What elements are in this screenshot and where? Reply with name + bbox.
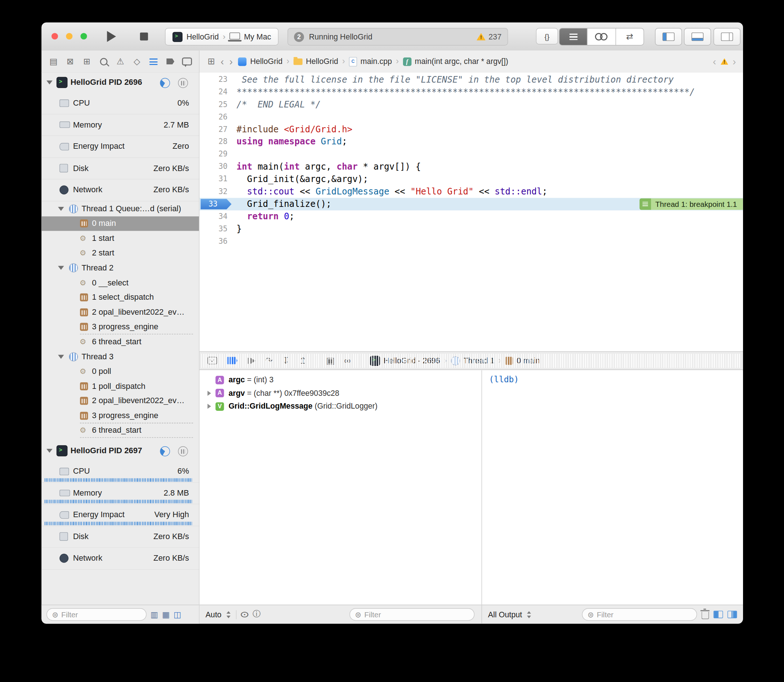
assistant-editor-button[interactable]: [588, 29, 616, 45]
stack-frame-row[interactable]: ⚙6 thread_start: [42, 335, 199, 349]
previous-issue-button[interactable]: ‹: [713, 56, 716, 67]
code-snippets-button[interactable]: {}: [536, 28, 558, 45]
stack-frame-row[interactable]: 1 select_dispatch: [42, 290, 199, 305]
close-window-button[interactable]: [51, 33, 58, 40]
filter-processes-icon[interactable]: ◫: [174, 610, 181, 618]
stack-frame-row[interactable]: 3 progress_engine: [42, 319, 199, 334]
stat-row-disk[interactable]: DiskZero KB/s: [42, 158, 199, 179]
threads-gauge-icon[interactable]: [178, 446, 188, 456]
debug-breadcrumb-item[interactable]: 0 main: [505, 356, 540, 365]
stat-row-energy-impact[interactable]: Energy ImpactVery High: [42, 504, 199, 526]
disclosure-triangle-icon[interactable]: [46, 449, 52, 453]
breakpoint-annotation[interactable]: Thread 1: breakpoint 1.1: [639, 198, 743, 210]
stack-frame-row[interactable]: 2 opal_libevent2022_ev…: [42, 394, 199, 408]
stat-row-memory[interactable]: Memory2.7 MB: [42, 114, 199, 135]
navigator-tab-breakpoint[interactable]: [164, 56, 176, 68]
line-number[interactable]: 36: [200, 235, 228, 247]
navigator-tab-symbol[interactable]: ⊞: [81, 56, 93, 68]
quick-look-icon[interactable]: ⊙: [240, 609, 249, 620]
version-editor-button[interactable]: ⇄: [616, 29, 643, 45]
process-row[interactable]: HelloGrid PID 2697: [42, 441, 199, 461]
thread-row[interactable]: Thread 2: [42, 260, 199, 275]
stack-frame-row[interactable]: ⚙0 poll: [42, 364, 199, 379]
source-editor[interactable]: 23 See the full license in the file "LIC…: [200, 72, 743, 351]
disclosure-triangle-icon[interactable]: [58, 355, 64, 359]
line-number[interactable]: 30: [200, 161, 228, 173]
show-console-only-button[interactable]: [727, 611, 737, 618]
forward-button[interactable]: ›: [229, 57, 233, 67]
toggle-inspectors-button[interactable]: [714, 28, 741, 46]
console-filter-field[interactable]: ⊜ Filter: [582, 608, 697, 621]
stop-button[interactable]: [136, 29, 152, 45]
thread-row[interactable]: Thread 3: [42, 349, 199, 364]
stack-frame-row[interactable]: 0 main: [42, 216, 199, 231]
navigator-tab-find[interactable]: [97, 56, 110, 68]
stack-frame-row[interactable]: 1 poll_dispatch: [42, 379, 199, 393]
stat-row-cpu[interactable]: CPU0%: [42, 92, 199, 114]
navigator-tab-project[interactable]: ▤: [48, 56, 60, 68]
jumpbar-item[interactable]: fmain(int argc, char * argv[]): [403, 57, 508, 66]
line-number[interactable]: 28: [200, 135, 228, 148]
navigator-tab-debug[interactable]: [148, 56, 160, 68]
console-view[interactable]: (lldb): [482, 370, 743, 604]
back-button[interactable]: ‹: [220, 57, 224, 67]
disclosure-triangle-icon[interactable]: [58, 266, 64, 270]
process-row[interactable]: HelloGrid PID 2696: [42, 72, 199, 92]
stack-frame-row[interactable]: 3 progress_engine: [42, 408, 199, 423]
line-number[interactable]: 34: [200, 210, 228, 223]
disclosure-triangle-icon[interactable]: [208, 404, 211, 409]
stat-row-energy-impact[interactable]: Energy ImpactZero: [42, 136, 199, 158]
variable-row[interactable]: Aargv = (char **) 0x7ffee9039c28: [200, 387, 482, 400]
jumpbar-item[interactable]: Cmain.cpp: [349, 57, 392, 66]
line-number[interactable]: 31: [200, 173, 228, 185]
warning-summary[interactable]: 237: [476, 32, 501, 41]
variables-scope-popup[interactable]: [226, 610, 232, 618]
show-variables-only-button[interactable]: [714, 611, 723, 618]
standard-editor-button[interactable]: [559, 29, 588, 45]
line-number[interactable]: 25: [200, 98, 228, 111]
clear-console-button[interactable]: [701, 612, 709, 620]
variables-view[interactable]: Aargc = (int) 3Aargv = (char **) 0x7ffee…: [200, 370, 482, 604]
jumpbar-item[interactable]: HelloGrid: [238, 57, 282, 66]
related-items-icon[interactable]: ⊞: [208, 56, 215, 67]
stack-frame-row[interactable]: ⚙1 start: [42, 231, 199, 245]
line-number[interactable]: 26: [200, 111, 228, 123]
run-button[interactable]: [102, 29, 122, 45]
stack-frame-row[interactable]: 2 opal_libevent2022_ev…: [42, 305, 199, 319]
next-issue-button[interactable]: ›: [733, 56, 736, 67]
navigator-filter-field[interactable]: ⊜ Filter: [46, 608, 146, 621]
stat-row-cpu[interactable]: CPU6%: [42, 461, 199, 483]
threads-gauge-icon[interactable]: [178, 78, 188, 88]
line-number[interactable]: 24: [200, 86, 228, 98]
line-number[interactable]: 35: [200, 223, 228, 235]
stat-row-memory[interactable]: Memory2.8 MB: [42, 483, 199, 504]
cpu-gauge-icon[interactable]: [160, 78, 170, 88]
filter-threads-icon[interactable]: ▦: [162, 610, 170, 618]
variable-row[interactable]: Aargc = (int) 3: [200, 373, 482, 386]
stack-frame-row[interactable]: ⚙2 start: [42, 245, 199, 260]
navigator-tab-test[interactable]: ◇: [131, 56, 143, 68]
jumpbar-item[interactable]: HelloGrid: [293, 57, 338, 66]
zoom-window-button[interactable]: [80, 33, 87, 40]
toggle-debug-area-button[interactable]: [684, 28, 711, 46]
stat-row-network[interactable]: NetworkZero KB/s: [42, 548, 199, 569]
line-number[interactable]: 23: [200, 73, 228, 86]
thread-row[interactable]: Thread 1 Queue:…d (serial): [42, 201, 199, 216]
scheme-selector[interactable]: HelloGrid › My Mac: [165, 28, 279, 46]
disclosure-triangle-icon[interactable]: [46, 80, 52, 84]
disclosure-triangle-icon[interactable]: [58, 207, 64, 210]
console-scope-popup[interactable]: [527, 610, 532, 618]
cpu-gauge-icon[interactable]: [160, 446, 170, 456]
navigator-tab-issue[interactable]: ⚠: [114, 56, 126, 68]
breakpoint-badge[interactable]: 33: [200, 199, 232, 209]
stat-row-network[interactable]: NetworkZero KB/s: [42, 180, 199, 201]
stack-frame-row[interactable]: ⚙6 thread_start: [42, 423, 199, 438]
line-number[interactable]: 29: [200, 148, 228, 161]
variable-row[interactable]: VGrid::GridLogMessage (Grid::GridLogger): [200, 400, 482, 413]
stat-row-disk[interactable]: DiskZero KB/s: [42, 526, 199, 548]
line-number[interactable]: 32: [200, 185, 228, 198]
minimize-window-button[interactable]: [66, 33, 72, 40]
info-icon[interactable]: ⓘ: [253, 609, 261, 620]
toggle-navigator-button[interactable]: [655, 28, 682, 46]
navigator-tab-source-control[interactable]: ⊠: [64, 56, 77, 68]
